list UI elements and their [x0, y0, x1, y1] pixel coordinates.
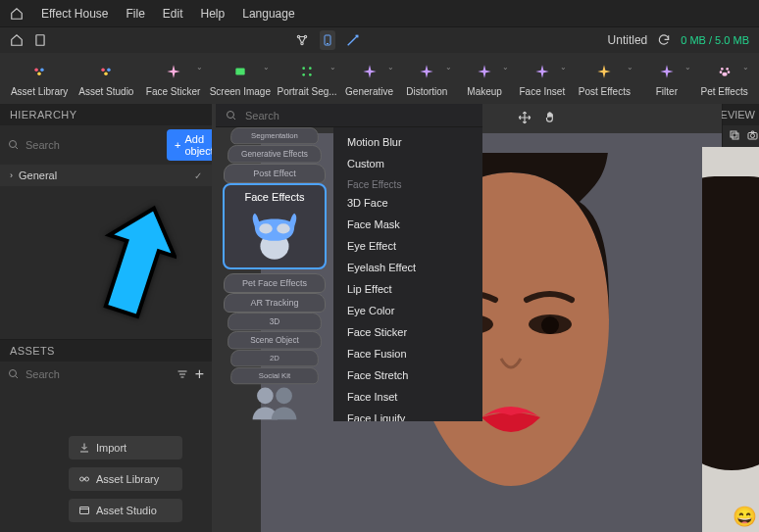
chevron-down-icon: ⌄ — [742, 63, 749, 72]
camera-icon[interactable] — [746, 129, 759, 141]
ribbon-makeup[interactable]: Makeup ⌄ — [456, 57, 514, 100]
assets-section: ASSETS + Import — [0, 339, 212, 532]
list-item[interactable]: Face Liquify — [333, 408, 482, 421]
filter-icon[interactable] — [176, 368, 189, 380]
graph-icon[interactable] — [294, 33, 310, 47]
search-icon — [8, 368, 20, 380]
svg-point-20 — [727, 71, 730, 73]
ribbon-label: Pet Effects — [701, 86, 748, 97]
assets-search-input[interactable] — [25, 368, 170, 380]
svg-point-13 — [302, 67, 305, 70]
tablet-icon[interactable] — [33, 33, 47, 47]
hand-icon[interactable] — [543, 111, 557, 124]
list-item[interactable]: Face Mask — [333, 214, 482, 235]
svg-point-3 — [301, 42, 303, 44]
ribbon-asset-library[interactable]: Asset Library — [6, 57, 73, 100]
ribbon-generative[interactable]: Generative ⌄ — [340, 57, 398, 100]
list-item[interactable]: 3D Face — [333, 192, 482, 214]
asset-studio-label: Asset Studio — [96, 505, 157, 516]
svg-point-48 — [276, 388, 292, 405]
ribbon-icon — [531, 61, 553, 82]
list-item[interactable]: Eyelash Effect — [333, 257, 482, 278]
import-button[interactable]: Import — [69, 436, 182, 459]
category-card[interactable]: Generative Effects — [228, 145, 322, 163]
list-item[interactable]: Eye Color — [333, 300, 482, 321]
phone-icon[interactable] — [320, 30, 335, 50]
chevron-down-icon: ⌄ — [560, 63, 567, 72]
hierarchy-search-input[interactable] — [25, 139, 161, 151]
reaction-icon[interactable]: 😄 — [733, 505, 757, 528]
svg-line-43 — [233, 117, 236, 120]
ribbon-icon — [359, 61, 380, 82]
preview-viewport[interactable]: 😄 — [702, 147, 759, 532]
tools-icon[interactable] — [345, 32, 361, 48]
list-item[interactable]: Motion Blur — [333, 131, 482, 153]
home-button[interactable] — [10, 33, 24, 47]
svg-point-47 — [257, 388, 274, 405]
svg-point-16 — [309, 73, 312, 76]
menu-edit[interactable]: Edit — [163, 7, 183, 21]
category-card[interactable]: 3D — [228, 313, 322, 330]
ribbon-label: Portrait Seg... — [277, 86, 336, 97]
category-card[interactable]: AR Tracking — [224, 293, 326, 313]
list-item[interactable]: Lip Effect — [333, 278, 482, 300]
category-card[interactable]: 2D — [230, 350, 318, 366]
menu-help[interactable]: Help — [201, 7, 226, 21]
ribbon-distortion[interactable]: Distortion ⌄ — [398, 57, 456, 100]
ribbon-icon — [28, 61, 50, 82]
search-icon — [226, 110, 237, 121]
ribbon-face-sticker[interactable]: Face Sticker ⌄ — [139, 57, 206, 100]
list-item[interactable]: Face Inset — [333, 386, 482, 408]
ribbon-label: Post Effects — [579, 86, 631, 97]
list-item[interactable]: Custom — [333, 153, 482, 174]
ribbon-screen-image[interactable]: Screen Image ⌄ — [207, 57, 274, 100]
ribbon-icon — [163, 61, 184, 82]
ribbon-pet-effects[interactable]: Pet Effects ⌄ — [695, 57, 753, 100]
chevron-down-icon: ⌄ — [445, 63, 452, 72]
ribbon-portrait-seg-[interactable]: Portrait Seg... ⌄ — [274, 57, 340, 100]
list-item[interactable]: Face Stretch — [333, 364, 482, 386]
ribbon-label: Generative — [345, 86, 393, 97]
category-card[interactable]: Post Effect — [224, 164, 326, 183]
svg-point-46 — [277, 223, 289, 233]
popup-search-input[interactable] — [245, 110, 473, 121]
duplicate-icon[interactable] — [729, 129, 740, 141]
category-card-active[interactable]: Face Effects — [223, 183, 327, 269]
svg-rect-39 — [733, 133, 738, 139]
category-popup: SegmentationGenerative EffectsPost Effec… — [216, 127, 333, 421]
category-card[interactable]: Scene Object — [228, 331, 322, 349]
list-item[interactable]: Face Sticker — [333, 321, 482, 343]
ribbon-icon — [416, 61, 437, 82]
svg-rect-38 — [731, 131, 736, 137]
ribbon-icon — [229, 61, 251, 82]
list-item[interactable]: Eye Effect — [333, 235, 482, 257]
window-icon — [78, 505, 90, 516]
asset-studio-button[interactable]: Asset Studio — [69, 499, 182, 522]
ribbon-label: Filter — [656, 86, 678, 97]
plus-icon[interactable]: + — [195, 365, 204, 383]
ribbon-post-effects[interactable]: Post Effects ⌄ — [571, 57, 637, 100]
ribbon-asset-studio[interactable]: Asset Studio — [73, 57, 139, 100]
chevron-down-icon: ⌄ — [263, 63, 270, 72]
list-section-header: Face Effects — [333, 174, 482, 192]
ribbon-filter[interactable]: Filter ⌄ — [637, 57, 695, 100]
list-item[interactable]: Face Fusion — [333, 343, 482, 364]
chevron-down-icon: ⌄ — [329, 63, 336, 72]
general-row[interactable]: › General ✓ — [0, 165, 212, 186]
menu-file[interactable]: File — [126, 7, 144, 21]
ribbon-face-inset[interactable]: Face Inset ⌄ — [513, 57, 571, 100]
category-card[interactable]: Segmentation — [230, 127, 318, 144]
category-card[interactable]: Social Kit — [230, 367, 318, 384]
menu-language[interactable]: Language — [242, 7, 294, 21]
people-icon — [243, 381, 306, 420]
category-card[interactable]: Pet Face Effects — [224, 273, 326, 293]
asset-library-button[interactable]: Asset Library — [69, 467, 182, 491]
left-panel: HIERARCHY + Add object › General ✓ — [0, 104, 212, 532]
add-object-label: Add object — [184, 133, 213, 157]
move-icon[interactable] — [518, 111, 531, 124]
refresh-icon[interactable] — [657, 33, 671, 47]
ribbon-icon — [656, 61, 678, 82]
svg-point-10 — [108, 68, 112, 72]
top-menu-bar: Effect House File Edit Help Language — [0, 0, 759, 27]
home-icon[interactable] — [10, 7, 24, 21]
